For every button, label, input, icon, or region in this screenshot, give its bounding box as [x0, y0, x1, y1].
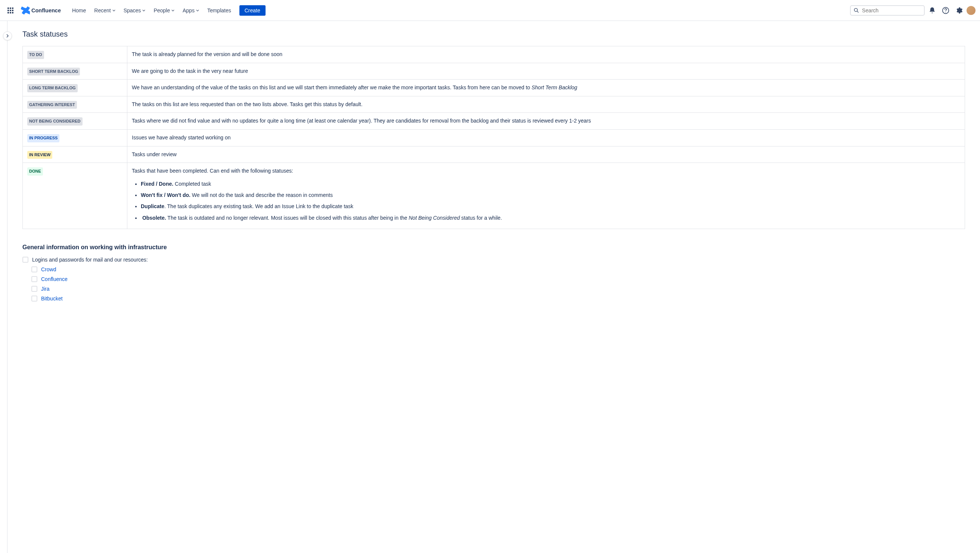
- nav-items: Home Recent Spaces People Apps Templates…: [68, 5, 266, 16]
- task-list-nested: Crowd Confluence Jira Bitbucket: [31, 266, 965, 301]
- search-icon: [854, 8, 859, 13]
- task-link-crowd[interactable]: Crowd: [41, 266, 56, 273]
- status-desc: We have an understanding of the value of…: [127, 80, 965, 96]
- table-row: IN PROGRESS Issues we have already start…: [23, 129, 965, 146]
- task-checkbox[interactable]: [22, 257, 29, 263]
- settings-button[interactable]: [953, 5, 965, 16]
- expand-sidebar-button[interactable]: [3, 31, 12, 40]
- status-badge-todo: TO DO: [27, 51, 44, 59]
- svg-point-0: [854, 8, 857, 11]
- table-row: TO DO The task is already planned for th…: [23, 46, 965, 63]
- nav-spaces[interactable]: Spaces: [120, 5, 150, 16]
- status-desc: The task is already planned for the vers…: [127, 46, 965, 63]
- page-content: Task statuses TO DO The task is already …: [8, 21, 980, 314]
- status-badge-gathering: GATHERING INTEREST: [27, 101, 77, 109]
- task-checkbox[interactable]: [31, 266, 37, 273]
- nav-home[interactable]: Home: [68, 5, 90, 16]
- svg-line-1: [857, 11, 859, 13]
- task-checkbox[interactable]: [31, 276, 37, 282]
- chevron-down-icon: [112, 9, 115, 12]
- avatar[interactable]: [967, 6, 975, 15]
- status-badge-done: DONE: [27, 167, 43, 175]
- done-substatuses: Fixed / Done. Completed task Won't fix /…: [141, 180, 960, 222]
- app-switcher-icon: [8, 8, 13, 13]
- status-badge-long-term: LONG TERM BACKLOG: [27, 84, 78, 92]
- task-item: Bitbucket: [31, 296, 965, 301]
- status-badge-short-term: SHORT TERM BACKLOG: [27, 68, 80, 76]
- table-row: NOT BEING CONSIDERED Tasks where we did …: [23, 113, 965, 130]
- list-item: Won't fix / Won't do. We will not do the…: [141, 191, 960, 199]
- chevron-down-icon: [172, 9, 174, 12]
- confluence-logo[interactable]: Confluence: [18, 6, 64, 15]
- status-badge-in-progress: IN PROGRESS: [27, 134, 59, 142]
- svg-point-3: [945, 11, 946, 12]
- table-row: DONE Tasks that have been completed. Can…: [23, 163, 965, 229]
- page-title: Task statuses: [22, 30, 965, 38]
- notifications-button[interactable]: [926, 5, 938, 16]
- table-row: LONG TERM BACKLOG We have an understandi…: [23, 80, 965, 96]
- help-button[interactable]: [940, 5, 951, 16]
- task-checkbox[interactable]: [31, 286, 37, 292]
- task-item: Jira: [31, 286, 965, 292]
- sidebar-collapsed: [0, 21, 8, 314]
- nav-templates[interactable]: Templates: [204, 5, 235, 16]
- nav-right: [850, 5, 975, 16]
- status-desc: The tasks on this list are less requeste…: [127, 96, 965, 113]
- list-item: Duplicate. The task duplicates any exist…: [141, 202, 960, 210]
- task-link-jira[interactable]: Jira: [41, 286, 50, 292]
- list-item: Fixed / Done. Completed task: [141, 180, 960, 188]
- nav-people[interactable]: People: [150, 5, 178, 16]
- section-heading: General information on working with infr…: [22, 244, 965, 251]
- status-desc: Tasks under review: [127, 146, 965, 163]
- status-desc: We are going to do the task in the very …: [127, 63, 965, 80]
- status-badge-in-review: IN REVIEW: [27, 151, 52, 159]
- list-item: Obsolete. The task is outdated and no lo…: [141, 214, 960, 222]
- task-list: Logins and passwords for mail and our re…: [22, 257, 965, 263]
- status-table: TO DO The task is already planned for th…: [22, 46, 965, 229]
- confluence-icon: [21, 6, 30, 15]
- task-item: Crowd: [31, 266, 965, 273]
- status-desc: Tasks that have been completed. Can end …: [127, 163, 965, 229]
- table-row: IN REVIEW Tasks under review: [23, 146, 965, 163]
- help-icon: [942, 7, 950, 14]
- search-input[interactable]: [862, 8, 921, 13]
- task-link-bitbucket[interactable]: Bitbucket: [41, 296, 63, 301]
- search-box[interactable]: [850, 5, 925, 16]
- nav-recent[interactable]: Recent: [91, 5, 119, 16]
- bell-icon: [929, 7, 936, 14]
- task-checkbox[interactable]: [31, 296, 37, 301]
- chevron-down-icon: [142, 9, 145, 12]
- chevron-right-icon: [6, 34, 10, 38]
- table-row: GATHERING INTEREST The tasks on this lis…: [23, 96, 965, 113]
- task-label: Logins and passwords for mail and our re…: [32, 257, 148, 263]
- status-desc: Tasks where we did not find value and wi…: [127, 113, 965, 130]
- status-desc: Issues we have already started working o…: [127, 129, 965, 146]
- gear-icon: [955, 7, 963, 14]
- chevron-down-icon: [196, 9, 199, 12]
- task-item: Logins and passwords for mail and our re…: [22, 257, 965, 263]
- table-row: SHORT TERM BACKLOG We are going to do th…: [23, 63, 965, 80]
- product-name: Confluence: [31, 8, 61, 13]
- status-badge-not-considered: NOT BEING CONSIDERED: [27, 117, 83, 126]
- task-item: Confluence: [31, 276, 965, 282]
- top-nav: Confluence Home Recent Spaces People App…: [0, 0, 980, 21]
- nav-apps[interactable]: Apps: [179, 5, 203, 16]
- task-link-confluence[interactable]: Confluence: [41, 276, 68, 282]
- app-switcher-button[interactable]: [5, 5, 16, 16]
- create-button[interactable]: Create: [239, 5, 266, 16]
